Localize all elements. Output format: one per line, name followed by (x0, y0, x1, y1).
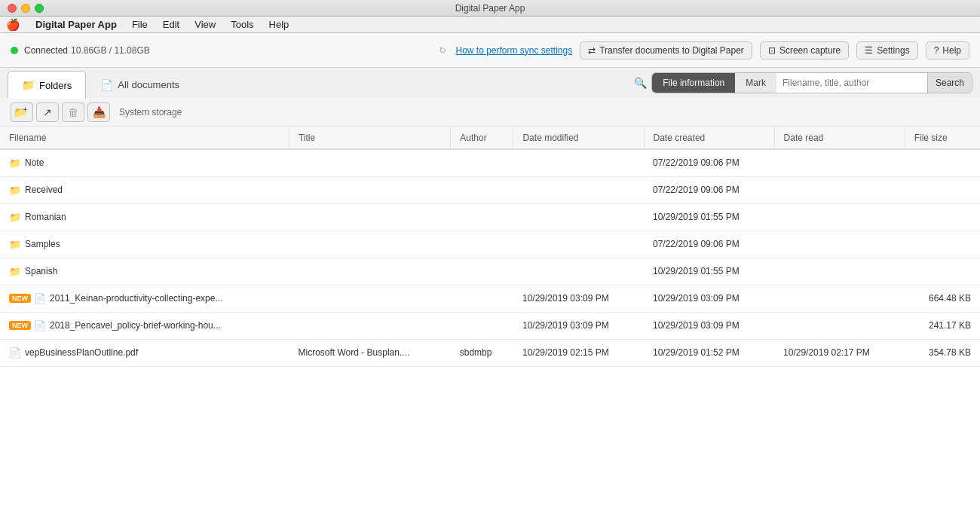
cell-filename: NEW📄2011_Keinan-productivity-collecting-… (0, 285, 289, 312)
col-date-created: Date created (644, 127, 774, 149)
search-button[interactable]: Search (927, 72, 972, 93)
cell-filename: NEW📄2018_Pencavel_policy-brief-working-h… (0, 312, 289, 339)
folder-icon: 📁 (9, 266, 21, 277)
filename-text: 2011_Keinan-productivity-collecting-expe… (50, 293, 222, 304)
file-table: Filename Title Author Date modified Date… (0, 127, 980, 367)
all-docs-tab-label: All documents (118, 79, 179, 90)
cell-date-modified (513, 176, 644, 203)
col-date-read: Date read (774, 127, 905, 149)
table-row[interactable]: 📁Note07/22/2019 09:06 PM (0, 149, 980, 176)
help-label: Help (942, 45, 961, 56)
main-area: Filename Title Author Date modified Date… (0, 127, 980, 516)
table-row[interactable]: 📄vepBusinessPlanOutline.pdfMicrosoft Wor… (0, 339, 980, 366)
search-tab-file-info[interactable]: File information (652, 72, 735, 93)
folders-tab-label: Folders (39, 80, 72, 91)
connection-status: Connected 10.86GB / 11.08GB (11, 45, 156, 56)
col-filename: Filename (0, 127, 289, 149)
import-button[interactable]: 📥 (87, 102, 110, 122)
new-folder-button[interactable]: 📁 + (11, 102, 33, 122)
window-title: Digital Paper App (455, 3, 525, 14)
breadcrumb: System storage (119, 107, 182, 118)
export-icon: ↗ (43, 106, 52, 118)
cell-file-size (905, 203, 980, 231)
cell-date-modified (513, 258, 644, 285)
cell-file-size (905, 149, 980, 176)
menu-item-tools[interactable]: Tools (225, 17, 259, 32)
cell-date-modified (513, 231, 644, 258)
cell-date-read (774, 258, 905, 285)
col-author: Author (451, 127, 513, 149)
transfer-icon: ⇄ (588, 45, 596, 56)
menu-item-app[interactable]: Digital Paper App (29, 17, 123, 32)
search-area: 🔍 File information Mark Search (634, 72, 972, 93)
cell-date-read (774, 231, 905, 258)
cell-title (289, 285, 450, 312)
screen-capture-button[interactable]: ⊡ Screen capture (760, 41, 849, 60)
cell-title (289, 203, 450, 231)
toolbar: Connected 10.86GB / 11.08GB ↻ How to per… (0, 33, 980, 68)
storage-label: 10.86GB / 11.08GB (71, 45, 150, 56)
search-input[interactable] (776, 73, 927, 93)
filename-text: Romanian (25, 212, 66, 222)
maximize-button[interactable] (35, 4, 44, 13)
status-dot (11, 47, 18, 54)
help-button[interactable]: ? Help (926, 41, 969, 60)
settings-label: Settings (877, 45, 909, 56)
table-row[interactable]: NEW📄2011_Keinan-productivity-collecting-… (0, 285, 980, 312)
table-row[interactable]: 📁Samples07/22/2019 09:06 PM (0, 231, 980, 258)
all-docs-tab-icon: 📄 (100, 79, 113, 91)
cell-date-created: 07/22/2019 09:06 PM (644, 176, 774, 203)
import-icon: 📥 (93, 106, 106, 118)
menu-item-edit[interactable]: Edit (157, 17, 185, 32)
tab-folders[interactable]: 📁 Folders (8, 71, 86, 99)
menu-item-help[interactable]: Help (263, 17, 296, 32)
delete-button[interactable]: 🗑 (62, 102, 84, 122)
cell-author (451, 176, 513, 203)
settings-icon: ☰ (865, 45, 873, 56)
cell-author (451, 312, 513, 339)
cell-date-created: 07/22/2019 09:06 PM (644, 149, 774, 176)
cell-date-created: 10/29/2019 03:09 PM (644, 285, 774, 312)
cell-title (289, 176, 450, 203)
cell-filename: 📄vepBusinessPlanOutline.pdf (0, 339, 289, 366)
minimize-button[interactable] (21, 4, 30, 13)
settings-button[interactable]: ☰ Settings (856, 41, 917, 60)
delete-icon: 🗑 (68, 106, 78, 118)
cell-date-read (774, 176, 905, 203)
cell-title (289, 258, 450, 285)
file-icon: 📄 (34, 320, 46, 331)
cell-date-created: 07/22/2019 09:06 PM (644, 231, 774, 258)
table-row[interactable]: 📁Spanish10/29/2019 01:55 PM (0, 258, 980, 285)
table-row[interactable]: 📁Romanian10/29/2019 01:55 PM (0, 203, 980, 231)
file-icon: 📄 (9, 347, 21, 359)
cell-date-created: 10/29/2019 01:52 PM (644, 339, 774, 366)
cell-date-modified (513, 203, 644, 231)
title-bar: Digital Paper App (0, 0, 980, 17)
cell-author: sbdmbp (451, 339, 513, 366)
cell-date-read: 10/29/2019 02:17 PM (774, 339, 905, 366)
search-tab-mark[interactable]: Mark (735, 72, 776, 93)
table-row[interactable]: NEW📄2018_Pencavel_policy-brief-working-h… (0, 312, 980, 339)
cell-file-size (905, 258, 980, 285)
menu-item-view[interactable]: View (188, 17, 222, 32)
export-button[interactable]: ↗ (36, 102, 59, 122)
close-button[interactable] (8, 4, 17, 13)
cell-file-size: 241.17 KB (905, 312, 980, 339)
col-title: Title (289, 127, 450, 149)
table-row[interactable]: 📁Received07/22/2019 09:06 PM (0, 176, 980, 203)
apple-menu-icon[interactable]: 🍎 (6, 18, 20, 32)
sync-icon: ↻ (439, 45, 446, 56)
traffic-lights[interactable] (8, 4, 44, 13)
transfer-button[interactable]: ⇄ Transfer documents to Digital Paper (580, 41, 752, 60)
new-badge: NEW (9, 294, 31, 303)
filename-text: Samples (25, 239, 60, 249)
sync-link[interactable]: How to perform sync settings (455, 45, 572, 56)
search-icon: 🔍 (634, 77, 647, 89)
tab-all-documents[interactable]: 📄 All documents (86, 71, 194, 98)
file-icon: 📄 (34, 293, 46, 304)
new-folder-plus-icon: + (23, 105, 28, 114)
menu-item-file[interactable]: File (126, 17, 154, 32)
folder-icon: 📁 (9, 185, 21, 196)
table-header-row: Filename Title Author Date modified Date… (0, 127, 980, 149)
filename-text: Spanish (25, 266, 57, 276)
